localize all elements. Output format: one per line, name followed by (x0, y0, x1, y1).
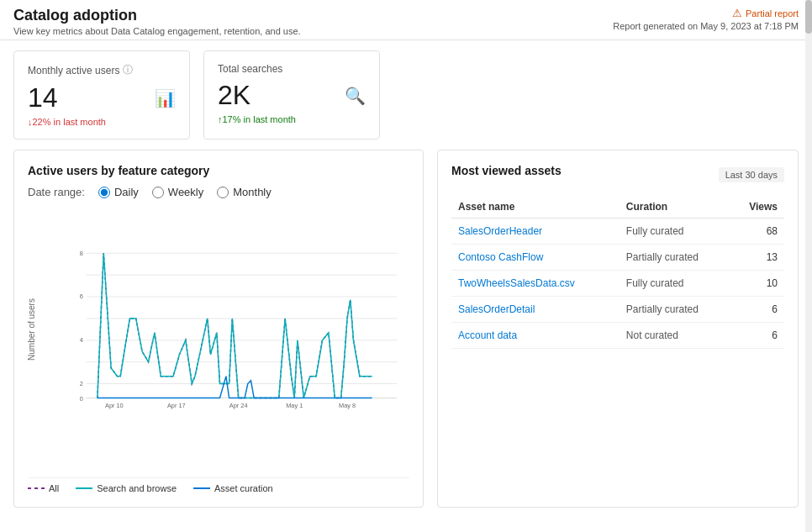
radio-monthly-label: Monthly (233, 186, 272, 198)
last-days-badge: Last 30 days (719, 167, 784, 182)
metric-value-row-active-users: 14 📊 (28, 82, 176, 113)
assets-table: Asset name Curation Views SalesOrderHead… (451, 196, 784, 349)
table-row: SalesOrderDetail Partially curated 6 (451, 297, 784, 323)
asset-name-cell: SalesOrderHeader (451, 219, 620, 245)
asset-link[interactable]: Contoso CashFlow (458, 251, 543, 263)
header-right: ⚠ Partial report Report generated on May… (613, 7, 799, 31)
svg-text:Apr 10: Apr 10 (105, 402, 124, 409)
table-row: SalesOrderHeader Fully curated 68 (451, 219, 784, 245)
asset-name-cell: Contoso CashFlow (451, 245, 620, 271)
metrics-row: Monthly active users ⓘ 14 📊 ↓22% in last… (0, 40, 812, 150)
curation-cell: Fully curated (620, 219, 730, 245)
svg-text:Apr 24: Apr 24 (229, 402, 248, 409)
legend-all: All (28, 483, 59, 493)
radio-daily-label: Daily (114, 186, 139, 198)
bar-chart-icon: 📊 (155, 88, 176, 108)
views-cell: 10 (730, 271, 784, 297)
asset-link[interactable]: SalesOrderHeader (458, 225, 542, 237)
curation-cell: Not curated (620, 323, 730, 349)
curation-cell: Fully curated (620, 271, 730, 297)
scrollbar[interactable] (805, 0, 812, 521)
svg-text:6: 6 (80, 292, 83, 300)
table-row: Account data Not curated 6 (451, 323, 784, 349)
views-cell: 13 (730, 245, 784, 271)
col-header-curation: Curation (620, 196, 730, 219)
active-users-title: Active users by feature category (28, 164, 409, 177)
radio-daily[interactable]: Daily (98, 186, 139, 198)
metric-value-active-users: 14 (28, 82, 58, 113)
metric-value-row-total-searches: 2K 🔍 (218, 80, 366, 111)
page-subtitle: View key metrics about Data Catalog enga… (13, 26, 301, 36)
date-range-label: Date range: (28, 186, 85, 198)
chart-legend: All Search and browse Asset curation (28, 477, 409, 493)
views-cell: 6 (730, 297, 784, 323)
page-header: Catalog adoption View key metrics about … (0, 0, 812, 40)
scrollbar-thumb[interactable] (805, 0, 812, 34)
radio-weekly-label: Weekly (168, 186, 203, 198)
table-header-row: Asset name Curation Views (451, 196, 784, 219)
partial-report-label: Partial report (746, 8, 799, 18)
warning-icon: ⚠ (732, 7, 742, 19)
col-header-views: Views (730, 196, 784, 219)
metric-card-total-searches: Total searches 2K 🔍 ↑17% in last month (203, 50, 380, 140)
partial-report-badge: ⚠ Partial report (732, 7, 799, 19)
svg-text:0: 0 (80, 395, 83, 403)
metric-change-active-users: ↓22% in last month (28, 117, 176, 127)
asset-name-cell: Account data (451, 323, 620, 349)
svg-text:May 8: May 8 (339, 402, 356, 409)
svg-text:8: 8 (80, 250, 83, 257)
report-timestamp: Report generated on May 9, 2023 at 7:18 … (613, 21, 799, 31)
most-viewed-header: Most viewed assets Last 30 days (451, 164, 784, 186)
metric-change-total-searches: ↑17% in last month (218, 114, 366, 124)
svg-text:Apr 17: Apr 17 (167, 402, 186, 409)
chart-container: Number of users 8 6 4 2 0 (28, 210, 409, 471)
radio-weekly[interactable]: Weekly (152, 186, 203, 198)
legend-all-label: All (49, 483, 59, 493)
legend-line-curation (193, 487, 210, 489)
legend-line-search (76, 487, 92, 489)
table-row: TwoWheelsSalesData.csv Fully curated 10 (451, 271, 784, 297)
asset-link[interactable]: Account data (458, 329, 517, 341)
legend-search: Search and browse (76, 483, 177, 493)
header-left: Catalog adoption View key metrics about … (13, 7, 301, 36)
curation-cell: Partially curated (620, 245, 730, 271)
active-users-panel: Active users by feature category Date ra… (13, 150, 424, 508)
svg-text:May 1: May 1 (286, 402, 303, 409)
metric-label-active-users: Monthly active users ⓘ (28, 63, 176, 77)
table-row: Contoso CashFlow Partially curated 13 (451, 245, 784, 271)
content-area: Active users by feature category Date ra… (0, 150, 812, 521)
legend-line-all (28, 487, 45, 489)
svg-text:4: 4 (80, 336, 83, 344)
info-icon[interactable]: ⓘ (123, 63, 133, 77)
y-axis-label: Number of users (27, 298, 36, 361)
svg-text:2: 2 (80, 380, 83, 387)
col-header-asset-name: Asset name (451, 196, 620, 219)
asset-link[interactable]: SalesOrderDetail (458, 303, 535, 315)
line-chart: 8 6 4 2 0 Apr 10 Apr 17 Apr 24 May 1 May… (61, 210, 409, 445)
metric-label-total-searches: Total searches (218, 63, 366, 75)
views-cell: 68 (730, 219, 784, 245)
metric-card-active-users: Monthly active users ⓘ 14 📊 ↓22% in last… (13, 50, 190, 140)
asset-name-cell: TwoWheelsSalesData.csv (451, 271, 620, 297)
legend-curation: Asset curation (193, 483, 273, 493)
radio-monthly[interactable]: Monthly (217, 186, 272, 198)
curation-cell: Partially curated (620, 297, 730, 323)
legend-search-label: Search and browse (97, 483, 177, 493)
metric-value-total-searches: 2K (218, 80, 250, 111)
legend-curation-label: Asset curation (214, 483, 273, 493)
most-viewed-panel: Most viewed assets Last 30 days Asset na… (437, 150, 799, 508)
views-cell: 6 (730, 323, 784, 349)
asset-link[interactable]: TwoWheelsSalesData.csv (458, 277, 575, 289)
date-range-row: Date range: Daily Weekly Monthly (28, 186, 409, 198)
asset-name-cell: SalesOrderDetail (451, 297, 620, 323)
page-title: Catalog adoption (13, 7, 301, 24)
most-viewed-title: Most viewed assets (451, 164, 562, 177)
search-icon: 🔍 (345, 86, 366, 106)
